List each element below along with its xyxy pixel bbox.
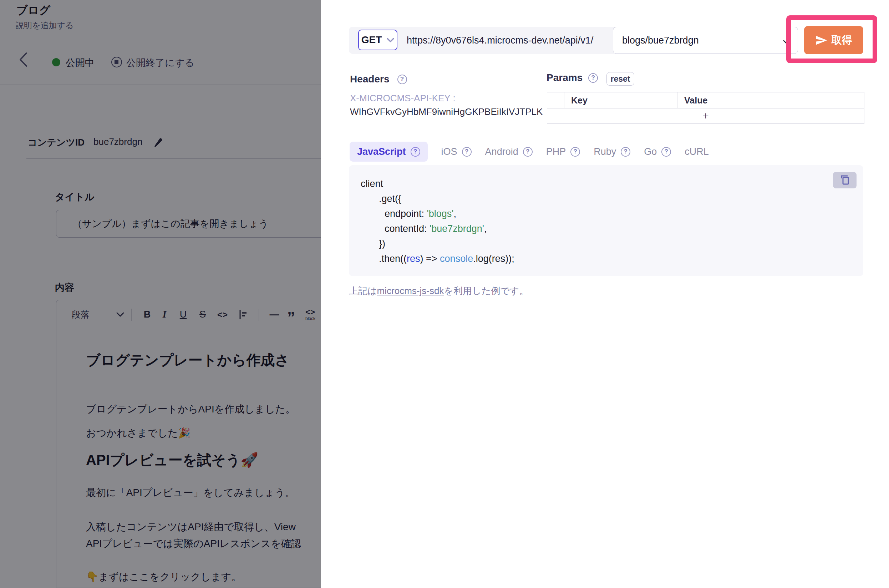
tab-label: JavaScript xyxy=(357,146,406,158)
copy-code-button[interactable] xyxy=(833,172,856,188)
headers-title-text: Headers xyxy=(350,74,390,85)
params-checkbox-column xyxy=(547,92,564,108)
code-token: .then(( xyxy=(379,254,407,264)
copy-icon xyxy=(839,174,851,186)
code-token: contentId: xyxy=(385,224,430,234)
tab-help-icon[interactable]: ? xyxy=(570,147,580,157)
tab-android[interactable]: Android ? xyxy=(485,142,533,162)
note-prefix: 上記は xyxy=(349,285,377,296)
code-line: contentId: 'bue7zbrdgn', xyxy=(361,221,863,236)
code-token-string: 'bue7zbrdgn' xyxy=(430,224,484,234)
params-header-row: Key Value xyxy=(547,92,864,108)
sdk-note: 上記はmicrocms-js-sdkを利用した例です。 xyxy=(349,285,528,297)
tab-ruby[interactable]: Ruby ? xyxy=(594,142,630,162)
tab-label: Go xyxy=(644,146,657,158)
code-line: endpoint: 'blogs', xyxy=(361,206,863,221)
code-line: .then((res) => console.log(res)); xyxy=(361,251,863,266)
code-token: , xyxy=(453,208,456,219)
tab-help-icon[interactable]: ? xyxy=(411,147,420,157)
send-icon xyxy=(816,35,828,45)
tab-ios[interactable]: iOS ? xyxy=(441,142,472,162)
request-bar: GET https://8y0v676ls4.microcms-dev.net/… xyxy=(349,27,798,54)
tab-label: Ruby xyxy=(594,146,616,158)
code-token-var: res xyxy=(407,254,420,264)
method-label: GET xyxy=(361,34,382,46)
fetch-button-label: 取得 xyxy=(832,33,852,48)
tab-go[interactable]: Go ? xyxy=(644,142,671,162)
tab-javascript[interactable]: JavaScript ? xyxy=(349,142,428,162)
code-line: }) xyxy=(361,236,863,251)
tab-label: cURL xyxy=(685,146,709,158)
code-token-console: console xyxy=(440,254,473,264)
method-select[interactable]: GET xyxy=(358,30,397,50)
api-preview-screen: ブログ 説明を追加する 公開中 公開終了にする コンテンツID bue7zbrd… xyxy=(0,0,889,588)
tab-php[interactable]: PHP ? xyxy=(546,142,580,162)
params-title-text: Params xyxy=(547,72,583,84)
sdk-link[interactable]: microcms-js-sdk xyxy=(377,285,444,296)
tab-help-icon[interactable]: ? xyxy=(621,147,630,157)
modal-backdrop[interactable] xyxy=(0,0,321,588)
params-value-header: Value xyxy=(678,92,864,108)
fetch-button[interactable]: 取得 xyxy=(804,26,863,54)
tab-help-icon[interactable]: ? xyxy=(661,147,671,157)
tab-help-icon[interactable]: ? xyxy=(523,147,533,157)
headers-section-title: Headers ? xyxy=(350,74,407,85)
code-token-string: 'blogs' xyxy=(427,208,454,219)
endpoint-value: blogs/bue7zbrdgn xyxy=(622,35,699,46)
base-url-text: https://8y0v676ls4.microcms-dev.net/api/… xyxy=(407,27,593,54)
tab-label: Android xyxy=(485,146,518,158)
api-key-value: WIhGVFkvGyHbMF9iwniHgGKPBEiIkIVJTPLK xyxy=(350,106,543,117)
code-token: .log(res)); xyxy=(473,254,514,264)
params-table: Key Value + xyxy=(547,92,864,124)
params-section-title: Params ? xyxy=(547,72,598,84)
code-line: .get({ xyxy=(361,191,863,206)
endpoint-select[interactable]: blogs/bue7zbrdgn xyxy=(613,27,798,54)
tab-label: PHP xyxy=(546,146,566,158)
add-param-button[interactable]: + xyxy=(547,108,864,123)
code-token: endpoint: xyxy=(385,208,427,219)
params-help-icon[interactable]: ? xyxy=(588,73,598,83)
code-token: ) => xyxy=(420,254,440,264)
tab-help-icon[interactable]: ? xyxy=(462,147,472,157)
chevron-down-icon xyxy=(387,38,394,42)
code-token: , xyxy=(484,224,487,234)
tab-label: iOS xyxy=(441,146,457,158)
tab-curl[interactable]: cURL xyxy=(685,142,709,162)
language-tabs: JavaScript ? iOS ? Android ? PHP ? Ruby … xyxy=(349,142,709,162)
headers-help-icon[interactable]: ? xyxy=(397,75,407,84)
api-key-label: X-MICROCMS-API-KEY : xyxy=(350,93,456,104)
reset-params-button[interactable]: reset xyxy=(606,72,634,86)
code-snippet-block: client .get({ endpoint: 'blogs', content… xyxy=(349,165,863,276)
note-suffix: を利用した例です。 xyxy=(444,285,528,296)
code-line: client xyxy=(361,176,863,191)
params-key-header: Key xyxy=(564,92,678,108)
